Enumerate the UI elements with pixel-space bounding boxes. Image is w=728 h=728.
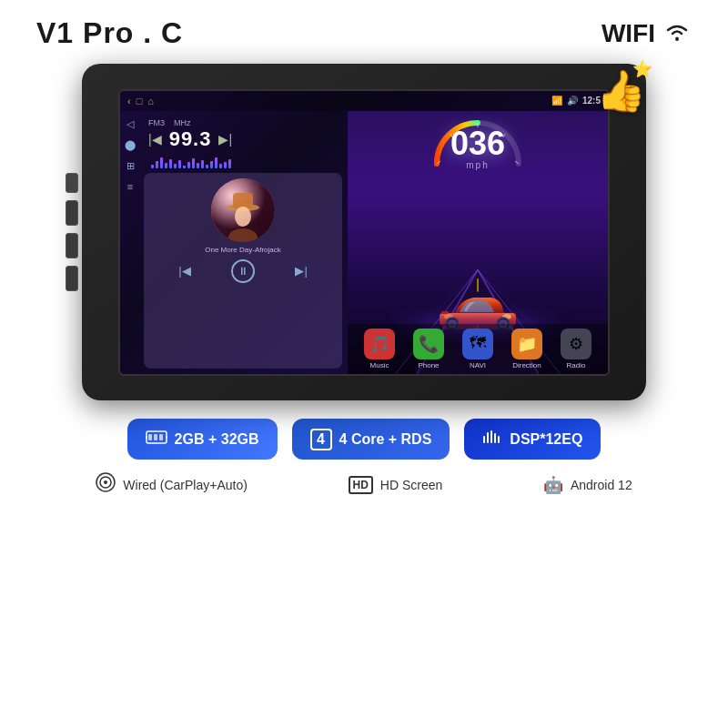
back-icon[interactable]: ‹ — [127, 96, 131, 106]
navi-icon-circle: 🗺 — [462, 329, 493, 359]
side-buttons — [66, 173, 78, 291]
radio-app-icon[interactable]: ⚙ Radio — [561, 329, 592, 369]
memory-badge: 2GB + 32GB — [127, 419, 278, 460]
eq-bar-4 — [165, 163, 167, 168]
phone-icon-circle: 📞 — [413, 329, 444, 359]
eq-bar-12 — [201, 160, 204, 168]
album-art-image — [211, 178, 275, 242]
header: V1 Pro . C WIFI — [0, 0, 728, 59]
screen-sidebar: ◁ ⬤ ⊞ ≡ — [122, 114, 138, 197]
hd-feature: HD HD Screen — [349, 476, 443, 494]
car-device: ‹ □ ⌂ 📶 🔊 12:5 ◁ ⬤ ⊞ ≡ — [82, 64, 646, 400]
sidebar-nav-icon[interactable]: ◁ — [125, 118, 136, 130]
dsp-icon — [482, 428, 502, 450]
next-track-btn[interactable]: ▶| — [295, 264, 307, 278]
speed-display: 036 mph — [450, 118, 505, 170]
sidebar-radio-icon[interactable]: ≡ — [125, 181, 136, 192]
dsp-badge: DSP*12EQ — [464, 419, 601, 460]
svg-rect-33 — [148, 434, 152, 440]
svg-rect-36 — [146, 436, 147, 439]
wifi-icon — [662, 19, 692, 48]
prev-station-btn[interactable]: |◀ — [148, 132, 162, 147]
radio-info: FM3 MHz |◀ 99.3 ▶| — [144, 116, 342, 153]
volume-button-2[interactable] — [66, 233, 78, 258]
android-text: Android 12 — [571, 478, 632, 492]
music-icon-circle: 🎵 — [364, 329, 395, 359]
eq-bar-14 — [210, 161, 213, 168]
svg-point-45 — [104, 480, 107, 484]
android-feature: 🤖 Android 12 — [543, 475, 632, 495]
eq-bar-11 — [197, 163, 199, 168]
volume-button-1[interactable] — [66, 200, 78, 226]
playback-controls: |◀ ⏸ ▶| — [149, 258, 337, 285]
android-icon: 🤖 — [543, 475, 563, 495]
main-screen: ‹ □ ⌂ 📶 🔊 12:5 ◁ ⬤ ⊞ ≡ — [118, 89, 610, 376]
eq-bar-1 — [151, 165, 154, 168]
eq-bar-15 — [215, 157, 217, 168]
svg-point-0 — [675, 37, 679, 41]
specs-section: 2GB + 32GB 4 4 Core + RDS DSP*12EQ — [0, 400, 728, 511]
carplay-text: Wired (CarPlay+Auto) — [123, 478, 248, 492]
eq-bar-9 — [187, 162, 190, 168]
nav-icons: ‹ □ ⌂ — [127, 96, 154, 106]
screen-content: ◁ ⬤ ⊞ ≡ FM3 MHz — [138, 111, 608, 374]
direction-app-icon[interactable]: 📁 Direction — [511, 329, 542, 369]
prev-track-btn[interactable]: |◀ — [178, 264, 190, 278]
svg-rect-3 — [233, 193, 253, 208]
radio-unit-label: MHz — [174, 118, 191, 127]
eq-bar-18 — [228, 159, 231, 168]
eq-bar-17 — [224, 162, 227, 168]
carplay-feature: Wired (CarPlay+Auto) — [96, 472, 248, 497]
svg-rect-35 — [159, 434, 163, 440]
next-station-btn[interactable]: ▶| — [218, 132, 232, 147]
power-button[interactable] — [66, 173, 78, 193]
app-icons-row: 🎵 Music 📞 Phone 🗺 NAVI 📁 — [348, 324, 608, 374]
volume-icon: 🔊 — [567, 96, 578, 106]
home-icon[interactable]: □ — [136, 96, 143, 106]
star-icon: ⭐ — [632, 59, 652, 79]
sidebar-bt-icon[interactable]: ⬤ — [125, 139, 136, 151]
svg-rect-37 — [166, 436, 167, 439]
core-icon: 4 — [310, 429, 332, 450]
direction-icon-circle: 📁 — [511, 329, 542, 359]
brand-title: V1 Pro . C — [36, 16, 183, 50]
wifi-section: WIFI — [602, 19, 692, 48]
eq-bar-6 — [174, 164, 177, 168]
music-panel: FM3 MHz |◀ 99.3 ▶| — [138, 111, 348, 374]
phone-icon-label: Phone — [418, 361, 439, 369]
eq-bar-3 — [160, 157, 163, 168]
eq-bar-13 — [206, 165, 208, 168]
radio-band-label: FM3 — [148, 118, 165, 127]
radio-icon-circle: ⚙ — [561, 329, 592, 359]
eq-bar-5 — [169, 159, 172, 168]
status-bar: ‹ □ ⌂ 📶 🔊 12:5 — [120, 91, 608, 111]
music-icon-label: Music — [370, 361, 389, 369]
memory-icon — [146, 428, 167, 450]
svg-rect-34 — [154, 434, 157, 440]
eq-bar-16 — [219, 164, 222, 168]
direction-icon-label: Direction — [512, 361, 541, 369]
radio-icon-label: Radio — [567, 361, 586, 369]
music-card: One More Day-Afrojack |◀ ⏸ ▶| — [144, 173, 342, 369]
carplay-icon — [96, 472, 116, 497]
volume-button-3[interactable] — [66, 266, 78, 291]
radio-frequency: 99.3 — [169, 127, 212, 151]
hd-icon: HD — [349, 476, 373, 494]
navi-app-icon[interactable]: 🗺 NAVI — [462, 329, 493, 369]
song-title: One More Day-Afrojack — [205, 246, 281, 254]
eq-bar-7 — [178, 160, 181, 168]
signal-icon: 📶 — [551, 96, 562, 106]
eq-bar-10 — [192, 158, 195, 168]
thumbs-badge: 👍 ⭐ — [593, 64, 648, 118]
core-text: 4 Core + RDS — [339, 431, 432, 448]
specs-badges-row: 2GB + 32GB 4 4 Core + RDS DSP*12EQ — [27, 419, 701, 460]
svg-point-4 — [235, 207, 251, 227]
core-badge: 4 4 Core + RDS — [292, 419, 450, 460]
wifi-text: WIFI — [602, 19, 655, 48]
sidebar-grid-icon[interactable]: ⊞ — [125, 160, 136, 172]
phone-app-icon[interactable]: 📞 Phone — [413, 329, 444, 369]
album-art — [211, 178, 275, 242]
music-app-icon[interactable]: 🎵 Music — [364, 329, 395, 369]
pause-btn[interactable]: ⏸ — [231, 259, 255, 283]
apps-icon[interactable]: ⌂ — [147, 96, 154, 106]
